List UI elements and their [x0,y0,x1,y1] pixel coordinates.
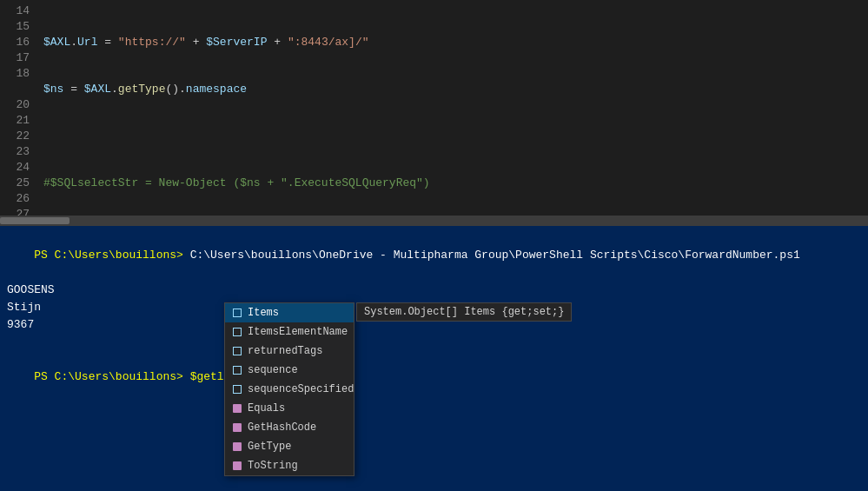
scrollbar-thumb[interactable] [0,217,70,224]
autocomplete-label-items: Items [248,307,279,319]
method-icon-gettype [230,440,244,454]
terminal-command-1: C:\Users\bouillons\OneDrive - Multipharm… [190,249,800,262]
property-icon-sequencespecified [230,382,244,396]
tooltip-text: System.Object[] Items {get;set;} [364,306,564,318]
property-icon-items [230,306,244,320]
autocomplete-item-sequence[interactable]: sequence [225,361,354,380]
autocomplete-item-equals[interactable]: Equals [225,399,354,418]
autocomplete-label-itemselementname: ItemsElementName [248,326,348,338]
autocomplete-label-gethashcode: GetHashCode [248,421,316,434]
property-icon-itemselementname [230,325,244,339]
terminal-output-goosens: GOOSENS [7,282,861,299]
property-icon-returnedtags [230,344,244,358]
code-editor: 14 15 16 17 18 20 21 22 23 24 25 26 27 2… [0,0,868,216]
autocomplete-item-sequencespecified[interactable]: sequenceSpecified [225,380,354,399]
autocomplete-label-sequencespecified: sequenceSpecified [248,383,354,395]
autocomplete-item-itemselementname[interactable]: ItemsElementName [225,322,354,342]
property-icon-sequence [230,363,244,377]
autocomplete-label-returnedtags: returnedTags [248,345,322,357]
terminal-prompt-2: PS C:\Users\bouillons> [34,370,189,383]
autocomplete-item-returnedtags[interactable]: returnedTags [225,342,354,361]
terminal-prompt-1: PS C:\Users\bouillons> [34,249,189,262]
method-icon-gethashcode [230,421,244,435]
horizontal-scrollbar[interactable] [0,216,868,226]
terminal-input-line: PS C:\Users\bouillons> $getline.| [7,351,861,403]
autocomplete-tooltip: System.Object[] Items {get;set;} [356,302,572,322]
autocomplete-label-equals: Equals [248,402,285,415]
autocomplete-item-tostring[interactable]: ToString [225,456,354,475]
terminal-line-1: PS C:\Users\bouillons> C:\Users\bouillon… [7,229,861,282]
method-icon-tostring [230,459,244,473]
autocomplete-label-sequence: sequence [248,364,298,376]
autocomplete-item-gettype[interactable]: GetType [225,437,354,456]
autocomplete-dropdown[interactable]: Items ItemsElementName returnedTags sequ… [224,302,354,476]
terminal-blank-line [7,334,861,351]
code-content[interactable]: $AXL.Url = "https://" + $ServerIP + ":84… [36,0,868,216]
method-icon-equals [230,401,244,415]
terminal[interactable]: PS C:\Users\bouillons> C:\Users\bouillon… [0,226,868,491]
autocomplete-label-tostring: ToString [248,460,298,472]
autocomplete-item-items[interactable]: Items [225,303,354,322]
autocomplete-label-gettype: GetType [248,441,291,453]
autocomplete-item-gethashcode[interactable]: GetHashCode [225,418,354,437]
line-numbers: 14 15 16 17 18 20 21 22 23 24 25 26 27 2… [0,0,36,216]
